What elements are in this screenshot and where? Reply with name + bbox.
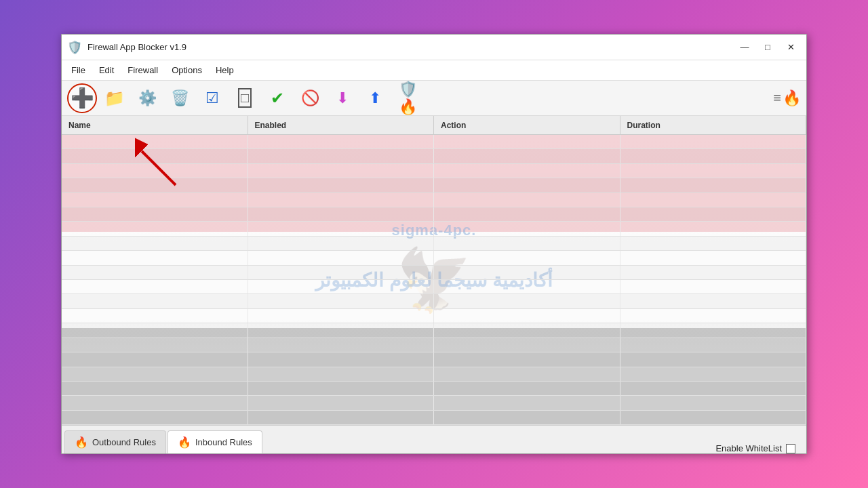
trash-icon: 🗑️ (171, 89, 189, 107)
table-row[interactable] (62, 149, 806, 163)
block-icon: 🚫 (301, 89, 319, 107)
allow-icon: ✔ (271, 89, 284, 108)
table-row[interactable] (62, 207, 806, 222)
table-row[interactable] (62, 309, 806, 323)
checkbox-icon: ☑ (205, 89, 219, 107)
column-duration: Duration (620, 116, 807, 134)
table-row[interactable] (62, 411, 806, 425)
tab-outbound-rules[interactable]: 🔥 Outbound Rules (64, 430, 166, 453)
table-header: Name Enabled Action Duration (62, 116, 806, 135)
table-row[interactable] (62, 164, 806, 178)
delete-button[interactable]: 🗑️ (165, 83, 195, 113)
table-row[interactable] (62, 294, 806, 308)
add-icon: ➕ (71, 87, 94, 109)
table-row[interactable] (62, 352, 806, 367)
window-controls: — □ ✕ (734, 40, 801, 55)
table-row[interactable] (62, 251, 806, 265)
arrow-up-icon: ⬆ (369, 89, 381, 107)
outbound-tab-icon: 🔥 (75, 436, 88, 449)
window-title: Firewall App Blocker v1.9 (87, 42, 734, 52)
table-row[interactable] (62, 338, 806, 352)
outbound-tab-label: Outbound Rules (92, 437, 156, 447)
add-button[interactable]: ➕ (67, 83, 97, 113)
table-row[interactable] (62, 323, 806, 338)
table-row[interactable] (62, 237, 806, 251)
app-logo: ≡ 🔥 (773, 89, 801, 107)
open-folder-button[interactable]: 📁 (100, 83, 130, 113)
close-button[interactable]: ✕ (781, 40, 801, 55)
block-button[interactable]: 🚫 (295, 83, 325, 113)
table-row[interactable] (62, 367, 806, 382)
menu-bar: File Edit Firewall Options Help (62, 60, 806, 81)
table-row[interactable] (62, 382, 806, 396)
menu-firewall[interactable]: Firewall (121, 62, 165, 78)
table-rows (62, 135, 806, 425)
title-bar: 🛡️ Firewall App Blocker v1.9 — □ ✕ (62, 35, 806, 60)
table-row[interactable] (62, 280, 806, 294)
check-box-button[interactable]: ☑ (197, 83, 227, 113)
whitelist-label: Enable WhiteList (715, 443, 782, 453)
inbound-tab-label: Inbound Rules (195, 437, 252, 447)
table-body: 🦅 sigma-4pc. أكاديمية سيجما لعلوم الكمبي… (62, 135, 806, 425)
square-icon: □ (238, 88, 252, 108)
table-row[interactable] (62, 266, 806, 280)
column-action: Action (434, 116, 620, 134)
app-icon: 🛡️ (67, 40, 82, 55)
whitelist-control: Enable WhiteList (715, 443, 795, 453)
square-button[interactable]: □ (230, 83, 260, 113)
table-row[interactable] (62, 222, 806, 236)
shield-fire-button[interactable]: 🛡️🔥 (393, 83, 422, 113)
menu-file[interactable]: File (64, 62, 92, 78)
maximize-button[interactable]: □ (757, 40, 778, 55)
table-row[interactable] (62, 396, 806, 410)
minimize-button[interactable]: — (734, 40, 755, 55)
arrow-down-icon: ⬇ (336, 89, 349, 107)
menu-options[interactable]: Options (165, 62, 209, 78)
table-row[interactable] (62, 178, 806, 192)
content-area: Name Enabled Action Duration 🦅 sigma-4pc… (62, 116, 806, 425)
toolbar: ➕ 📁 ⚙️ 🗑️ ☑ □ ✔ 🚫 ⬇ ⬆ 🛡️🔥 (62, 81, 806, 116)
settings-button[interactable]: ⚙️ (132, 83, 162, 113)
bottom-tabs: 🔥 Outbound Rules 🔥 Inbound Rules Enable … (62, 425, 806, 453)
tab-inbound-rules[interactable]: 🔥 Inbound Rules (167, 430, 262, 453)
column-enabled: Enabled (248, 116, 435, 134)
folder-icon: 📁 (104, 89, 125, 108)
inbound-tab-icon: 🔥 (178, 436, 191, 449)
menu-edit[interactable]: Edit (92, 62, 121, 78)
shield-fire-icon: 🛡️🔥 (393, 81, 422, 116)
column-name: Name (62, 116, 248, 134)
whitelist-checkbox[interactable] (786, 444, 795, 453)
table-row[interactable] (62, 193, 806, 207)
main-window: 🛡️ Firewall App Blocker v1.9 — □ ✕ File … (61, 34, 807, 454)
move-up-button[interactable]: ⬆ (360, 83, 390, 113)
move-down-button[interactable]: ⬇ (328, 83, 357, 113)
table-row[interactable] (62, 135, 806, 149)
allow-button[interactable]: ✔ (262, 83, 292, 113)
gear-icon: ⚙️ (138, 89, 157, 107)
menu-help[interactable]: Help (209, 62, 241, 78)
